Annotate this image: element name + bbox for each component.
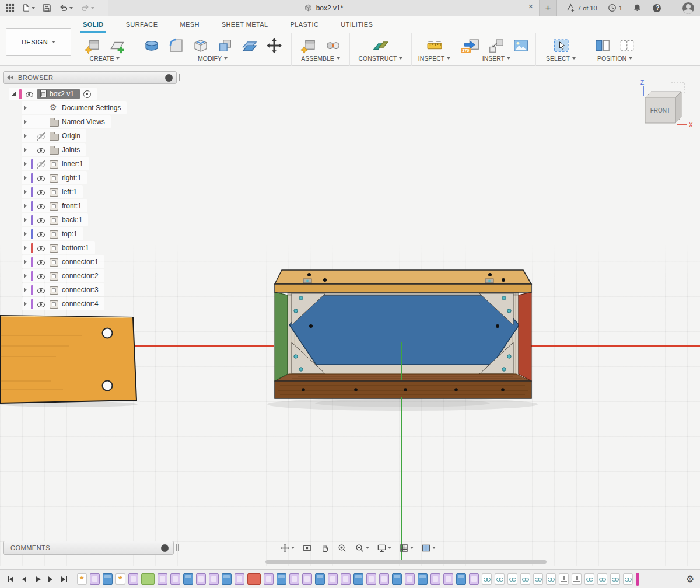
timeline-feature[interactable] — [222, 573, 232, 584]
look-at-tool[interactable] — [301, 542, 313, 554]
expand-arrow-icon[interactable] — [24, 218, 27, 222]
timeline-settings-gear-icon[interactable]: ⚙ — [686, 575, 694, 584]
visibility-eye-icon[interactable] — [37, 230, 46, 239]
viewcube-front-face-label[interactable]: FRONT — [650, 107, 670, 114]
right-panel-red-edge[interactable] — [519, 292, 531, 381]
browser-item[interactable]: connector:4 — [22, 298, 104, 310]
ribbon-tab[interactable]: SURFACE — [125, 18, 159, 33]
expand-arrow-icon[interactable] — [24, 260, 27, 264]
close-tab-icon[interactable]: × — [528, 2, 533, 10]
insert-canvas-icon[interactable] — [512, 37, 530, 54]
expand-arrow-icon[interactable] — [24, 134, 27, 138]
file-menu-icon[interactable] — [22, 4, 35, 12]
browser-header[interactable]: BROWSER — [3, 71, 177, 84]
modify-dropdown[interactable]: MODIFY — [140, 55, 285, 63]
timeline-feature[interactable] — [90, 573, 100, 584]
combine-icon[interactable] — [216, 37, 234, 54]
browser-item[interactable]: bottom:1 — [22, 242, 95, 254]
skip-to-end-button[interactable] — [60, 575, 69, 584]
timeline-scrollbar[interactable] — [265, 560, 547, 564]
browser-item[interactable]: Named Views — [22, 116, 111, 128]
bottom-panel[interactable] — [275, 381, 531, 398]
joint-icon[interactable] — [324, 37, 342, 54]
timeline-feature[interactable] — [196, 573, 206, 584]
workspace-switcher[interactable]: DESIGN — [6, 28, 71, 56]
ribbon-tab[interactable]: SOLID — [82, 18, 105, 33]
timeline-feature[interactable] — [158, 573, 167, 584]
step-forward-button[interactable] — [46, 575, 55, 584]
orbit-tool[interactable] — [279, 542, 296, 554]
ribbon-tab[interactable]: SHEET METAL — [220, 18, 270, 33]
timeline-feature[interactable] — [116, 573, 125, 584]
browser-item[interactable]: Document Settings — [22, 102, 127, 114]
visibility-eye-icon[interactable] — [37, 216, 46, 225]
timeline-feature[interactable] — [508, 573, 517, 584]
timeline-feature[interactable] — [456, 573, 466, 584]
comments-drag-grip[interactable] — [176, 544, 178, 551]
timeline-feature[interactable] — [610, 573, 620, 584]
zoom-tool[interactable] — [336, 542, 348, 554]
viewport-canvas[interactable]: FRONT Z X BROWSER box2 v1 — [0, 66, 700, 569]
notification-clock[interactable]: 1 — [608, 4, 622, 12]
timeline-feature[interactable] — [341, 573, 351, 584]
save-icon[interactable] — [43, 4, 51, 12]
browser-item[interactable]: connector:2 — [22, 270, 104, 282]
assemble-new-component-icon[interactable] — [300, 37, 317, 54]
insert-dropdown[interactable]: INSERT — [463, 55, 530, 63]
expand-arrow-icon[interactable] — [24, 120, 27, 124]
timeline-feature[interactable] — [443, 573, 453, 584]
timeline-feature[interactable] — [597, 573, 607, 584]
timeline-feature[interactable] — [354, 573, 363, 584]
browser-item[interactable]: front:1 — [22, 200, 88, 212]
ribbon-tab[interactable]: MESH — [178, 18, 200, 33]
browser-item[interactable]: Joints — [22, 144, 86, 156]
visibility-eye-icon[interactable] — [37, 286, 46, 295]
expand-arrow-icon[interactable] — [24, 148, 27, 152]
viewports-settings[interactable] — [420, 542, 437, 554]
left-panel-green-edge[interactable] — [275, 292, 288, 381]
collapse-arrow-icon[interactable] — [11, 92, 16, 96]
redo-icon[interactable] — [80, 4, 94, 12]
insert-mcmaster-icon[interactable]: 376 — [463, 37, 481, 54]
create-sketch-icon[interactable] — [108, 37, 126, 54]
timeline-feature[interactable] — [247, 573, 261, 584]
visibility-eye-icon[interactable] — [37, 244, 46, 253]
ribbon-tab[interactable]: PLASTIC — [289, 18, 320, 33]
timeline-feature[interactable] — [264, 573, 274, 584]
timeline-feature[interactable] — [636, 573, 639, 586]
assemble-dropdown[interactable]: ASSEMBLE — [298, 55, 344, 63]
timeline-feature[interactable] — [209, 573, 219, 584]
browser-item[interactable]: top:1 — [22, 228, 83, 240]
timeline-feature[interactable] — [430, 573, 440, 584]
box-assembly-model[interactable] — [262, 260, 542, 417]
offset-face-icon[interactable] — [241, 37, 258, 54]
timeline-feature[interactable] — [584, 573, 594, 584]
visibility-eye-icon[interactable] — [37, 146, 46, 155]
construct-dropdown[interactable]: CONSTRUCT — [356, 55, 405, 63]
browser-collapse-button[interactable] — [165, 74, 173, 82]
timeline-feature[interactable] — [418, 573, 428, 584]
skip-to-start-button[interactable] — [6, 575, 15, 584]
timeline-feature[interactable] — [495, 573, 505, 584]
timeline-feature[interactable] — [392, 573, 402, 584]
display-settings[interactable] — [376, 542, 393, 554]
select-dropdown[interactable]: SELECT — [542, 55, 580, 63]
visibility-eye-icon[interactable] — [37, 132, 46, 141]
visibility-eye-icon[interactable] — [37, 188, 46, 197]
visibility-eye-icon[interactable] — [37, 300, 46, 309]
timeline-feature[interactable] — [572, 573, 582, 584]
expand-arrow-icon[interactable] — [24, 106, 27, 110]
activate-component-radio[interactable] — [83, 90, 91, 98]
expand-arrow-icon[interactable] — [24, 204, 27, 208]
timeline-feature[interactable] — [623, 573, 633, 584]
browser-item[interactable]: connector:1 — [22, 256, 104, 268]
press-pull-icon[interactable] — [143, 37, 160, 54]
construct-plane-icon[interactable] — [372, 37, 390, 54]
new-component-icon[interactable] — [84, 37, 102, 54]
viewcube[interactable]: FRONT Z X — [636, 79, 694, 134]
browser-item[interactable]: Origin — [22, 130, 86, 142]
browser-item[interactable]: inner:1 — [22, 158, 89, 170]
browser-root-item[interactable]: box2 v1 — [9, 88, 97, 100]
user-avatar[interactable] — [682, 2, 694, 14]
select-tool-icon[interactable] — [552, 37, 570, 54]
